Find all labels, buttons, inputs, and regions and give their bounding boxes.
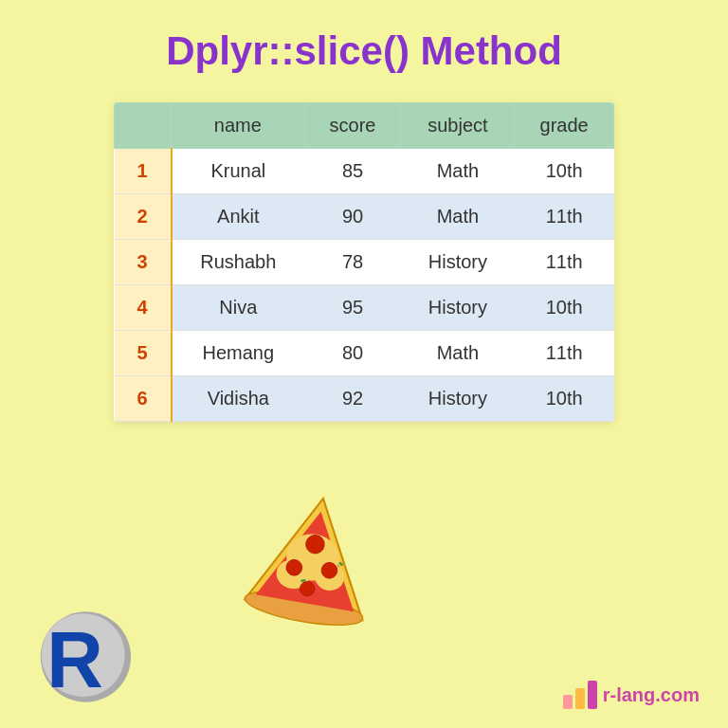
cell-grade: 10th [515, 285, 614, 331]
table-row: 6Vidisha92History10th [115, 376, 614, 422]
cell-subject: Math [401, 194, 515, 240]
cell-grade: 10th [515, 149, 614, 194]
col-header-subject: subject [401, 103, 515, 149]
data-table: name score subject grade 1Krunal85Math10… [114, 102, 614, 422]
col-header-empty [115, 103, 172, 149]
cell-score: 92 [304, 376, 401, 422]
cell-name: Rushabh [172, 240, 305, 285]
cell-grade: 10th [515, 376, 614, 422]
website-label: r-lang.com [603, 684, 700, 706]
row-number: 3 [115, 240, 172, 285]
svg-text:R: R [46, 616, 103, 703]
table-row: 2Ankit90Math11th [115, 194, 614, 240]
table-row: 1Krunal85Math10th [115, 149, 614, 194]
cell-name: Hemang [172, 331, 305, 376]
rlang-badge: r-lang.com [563, 681, 700, 709]
bar3 [588, 681, 597, 709]
cell-name: Vidisha [172, 376, 305, 422]
r-logo-icon: R [38, 605, 142, 709]
cell-grade: 11th [515, 331, 614, 376]
data-table-wrapper: name score subject grade 1Krunal85Math10… [114, 102, 614, 422]
cell-grade: 11th [515, 240, 614, 285]
cell-subject: History [401, 376, 515, 422]
col-header-name: name [172, 103, 305, 149]
page-title: Dplyr::slice() Method [0, 0, 728, 93]
col-header-score: score [304, 103, 401, 149]
cell-score: 80 [304, 331, 401, 376]
cell-name: Ankit [172, 194, 305, 240]
table-row: 5Hemang80Math11th [115, 331, 614, 376]
row-number: 1 [115, 149, 172, 194]
row-number: 5 [115, 331, 172, 376]
cell-score: 85 [304, 149, 401, 194]
row-number: 2 [115, 194, 172, 240]
table-row: 3Rushabh78History11th [115, 240, 614, 285]
bar-chart-icon [563, 681, 597, 709]
page-container: Dplyr::slice() Method name score subject… [0, 0, 728, 728]
cell-grade: 11th [515, 194, 614, 240]
cell-subject: Math [401, 331, 515, 376]
row-number: 4 [115, 285, 172, 331]
cell-score: 78 [304, 240, 401, 285]
cell-subject: History [401, 240, 515, 285]
pizza-icon [236, 481, 390, 634]
col-header-grade: grade [515, 103, 614, 149]
bar1 [563, 695, 573, 709]
cell-name: Niva [172, 285, 305, 331]
cell-subject: History [401, 285, 515, 331]
cell-subject: Math [401, 149, 515, 194]
cell-name: Krunal [172, 149, 305, 194]
cell-score: 90 [304, 194, 401, 240]
cell-score: 95 [304, 285, 401, 331]
table-row: 4Niva95History10th [115, 285, 614, 331]
row-number: 6 [115, 376, 172, 422]
bar2 [575, 688, 585, 709]
